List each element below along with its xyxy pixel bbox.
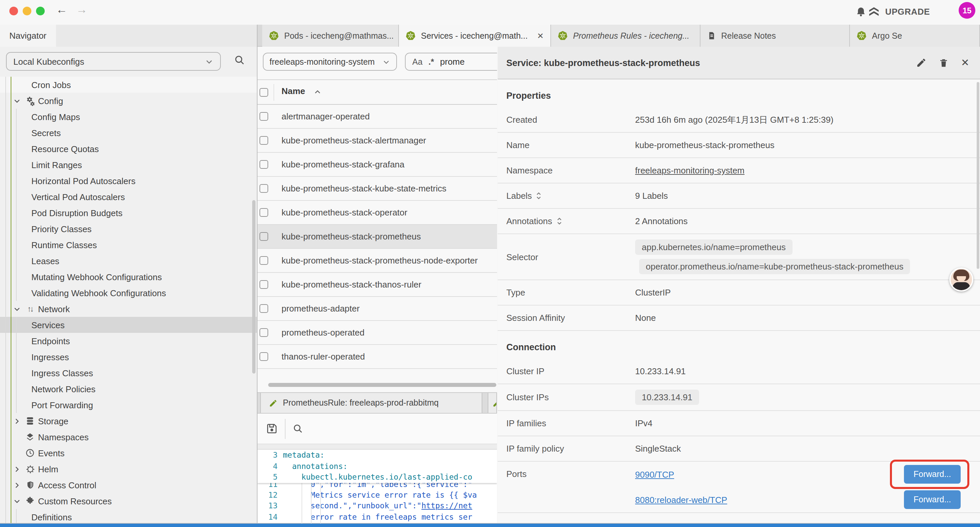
kubeconfig-selector[interactable]: Local Kubeconfigs xyxy=(6,52,221,71)
row-checkbox[interactable] xyxy=(259,136,268,145)
row-checkbox[interactable] xyxy=(259,112,268,121)
sidebar-item-namespaces[interactable]: Namespaces xyxy=(0,429,257,445)
row-checkbox[interactable] xyxy=(259,304,268,313)
sidebar-item-mutating-webhook-configurations[interactable]: Mutating Webhook Configurations xyxy=(0,269,257,285)
table-row[interactable]: alertmanager-operated xyxy=(258,105,497,129)
match-case-toggle[interactable]: Aa xyxy=(412,57,423,66)
maximize-window-button[interactable] xyxy=(36,6,45,15)
close-icon[interactable]: ✕ xyxy=(961,57,969,69)
yaml-editor[interactable]: 3metadata:4 annotations:5 kubectl.kubern… xyxy=(258,450,497,524)
sidebar-item-leases[interactable]: Leases xyxy=(0,253,257,269)
forward-button[interactable]: Forward... xyxy=(904,465,961,484)
forward-button[interactable]: Forward... xyxy=(904,490,961,509)
sidebar-item-services[interactable]: Services xyxy=(0,317,257,333)
tab-pods-icecheng-mathmas[interactable]: Pods - icecheng@mathmas... xyxy=(262,25,399,47)
notifications-bell-icon[interactable] xyxy=(855,6,867,18)
sidebar-item-port-forwarding[interactable]: Port Forwarding xyxy=(0,397,257,413)
port-link[interactable]: 9090/TCP xyxy=(635,469,674,479)
row-checkbox[interactable] xyxy=(259,208,268,217)
row-checkbox[interactable] xyxy=(259,160,268,169)
edit-pencil-icon[interactable] xyxy=(916,57,927,68)
chevron-down-icon[interactable] xyxy=(13,305,21,312)
table-row[interactable]: kube-prometheus-stack-kube-state-metrics xyxy=(258,177,497,201)
sidebar-item-config[interactable]: Config xyxy=(0,93,257,109)
row-checkbox[interactable] xyxy=(259,328,268,337)
sidebar-item-resource-quotas[interactable]: Resource Quotas xyxy=(0,141,257,157)
sidebar-item-secrets[interactable]: Secrets xyxy=(0,125,257,141)
sidebar-item-vertical-pod-autoscalers[interactable]: Vertical Pod Autoscalers xyxy=(0,189,257,205)
sidebar-item-runtime-classes[interactable]: Runtime Classes xyxy=(0,237,257,253)
port-link[interactable]: 8080:reloader-web/TCP xyxy=(635,495,727,505)
chevron-down-icon[interactable] xyxy=(13,497,21,505)
tab-services-icecheng-math[interactable]: Services - icecheng@math...✕ xyxy=(399,25,551,47)
tab-prometheus-rules-icecheng[interactable]: Prometheus Rules - icecheng... xyxy=(551,25,700,47)
sidebar-item-endpoints[interactable]: Endpoints xyxy=(0,333,257,349)
sidebar-item-definitions[interactable]: Definitions xyxy=(0,509,257,524)
tab-navigator[interactable]: Navigator xyxy=(0,25,56,47)
minimize-window-button[interactable] xyxy=(23,6,31,15)
row-checkbox[interactable] xyxy=(259,280,268,289)
sidebar-item-ingresses[interactable]: Ingresses xyxy=(0,349,257,365)
sidebar-item-access-control[interactable]: Access Control xyxy=(0,477,257,493)
sidebar-item-priority-classes[interactable]: Priority Classes xyxy=(0,221,257,237)
table-row[interactable]: kube-prometheus-stack-alertmanager xyxy=(258,129,497,153)
row-checkbox[interactable] xyxy=(259,352,268,361)
chevron-right-icon[interactable] xyxy=(13,481,21,489)
regex-toggle[interactable]: .* xyxy=(429,57,434,66)
select-all-checkbox[interactable] xyxy=(259,88,268,97)
editor-tab-prometheusrule[interactable]: PrometheusRule: freeleaps-prod-rabbitmq xyxy=(260,393,482,413)
sidebar-item-validating-webhook-configurations[interactable]: Validating Webhook Configurations xyxy=(0,285,257,301)
table-row[interactable]: prometheus-operated xyxy=(258,321,497,345)
editor-search-icon[interactable] xyxy=(292,423,304,434)
upgrade-button[interactable]: UPGRADE xyxy=(867,6,930,18)
notification-badge[interactable]: 15 xyxy=(959,2,975,19)
row-checkbox[interactable] xyxy=(259,256,268,265)
table-row[interactable]: kube-prometheus-stack-grafana xyxy=(258,153,497,177)
chevron-down-icon[interactable] xyxy=(13,97,21,104)
table-row[interactable]: thanos-ruler-operated xyxy=(258,345,497,369)
tab-release-notes[interactable]: Release Notes xyxy=(700,25,850,47)
horizontal-scrollbar[interactable] xyxy=(268,383,496,387)
chevron-right-icon[interactable] xyxy=(13,465,21,473)
expander-icon[interactable] xyxy=(536,191,542,200)
expander-icon[interactable] xyxy=(556,217,562,226)
table-row[interactable]: kube-prometheus-stack-thanos-ruler xyxy=(258,273,497,297)
row-checkbox[interactable] xyxy=(259,232,268,241)
sidebar-item-events[interactable]: Events xyxy=(0,445,257,461)
column-header-name[interactable]: Name xyxy=(282,86,305,96)
editor-tab-partial[interactable] xyxy=(488,393,497,413)
detail-scrollbar[interactable] xyxy=(976,82,979,269)
row-checkbox[interactable] xyxy=(259,184,268,193)
sidebar-item-pod-disruption-budgets[interactable]: Pod Disruption Budgets xyxy=(0,205,257,221)
sidebar-item-network-policies[interactable]: Network Policies xyxy=(0,381,257,397)
runbook-url-link[interactable]: https://net xyxy=(421,502,472,511)
name-filter-input[interactable]: Aa .* prome xyxy=(405,53,497,71)
sidebar-search-icon[interactable] xyxy=(234,54,245,66)
sidebar-item-cron-jobs[interactable]: Cron Jobs xyxy=(0,77,257,93)
sidebar-item-horizontal-pod-autoscalers[interactable]: Horizontal Pod Autoscalers xyxy=(0,173,257,189)
sidebar-scrollbar[interactable] xyxy=(252,200,256,374)
table-row[interactable]: kube-prometheus-stack-prometheus-node-ex… xyxy=(258,249,497,273)
sidebar-item-network[interactable]: ↑↓Network xyxy=(0,301,257,317)
chevron-right-icon[interactable] xyxy=(13,417,21,425)
delete-trash-icon[interactable] xyxy=(939,57,949,68)
namespace-link[interactable]: freeleaps-monitoring-system xyxy=(635,166,745,175)
tab-argo-se[interactable]: Argo Se xyxy=(850,25,980,47)
avatar[interactable] xyxy=(949,267,973,291)
sort-ascending-icon[interactable] xyxy=(313,88,321,96)
sidebar-item-ingress-classes[interactable]: Ingress Classes xyxy=(0,365,257,381)
back-icon[interactable]: ← xyxy=(56,3,67,17)
forward-icon[interactable]: → xyxy=(76,3,88,17)
close-window-button[interactable] xyxy=(10,6,18,15)
sidebar-item-custom-resources[interactable]: Custom Resources xyxy=(0,493,257,509)
table-row[interactable]: kube-prometheus-stack-prometheus xyxy=(258,225,497,249)
table-row[interactable]: kube-prometheus-stack-operator xyxy=(258,201,497,225)
save-icon[interactable] xyxy=(266,422,278,435)
sidebar-item-storage[interactable]: Storage xyxy=(0,413,257,429)
close-tab-icon[interactable]: ✕ xyxy=(537,31,544,40)
sidebar-item-limit-ranges[interactable]: Limit Ranges xyxy=(0,157,257,173)
table-row[interactable]: prometheus-adapter xyxy=(258,297,497,321)
sidebar-item-helm[interactable]: Helm xyxy=(0,461,257,477)
namespace-selector[interactable]: freeleaps-monitoring-system xyxy=(263,53,397,71)
sidebar-item-config-maps[interactable]: Config Maps xyxy=(0,109,257,125)
